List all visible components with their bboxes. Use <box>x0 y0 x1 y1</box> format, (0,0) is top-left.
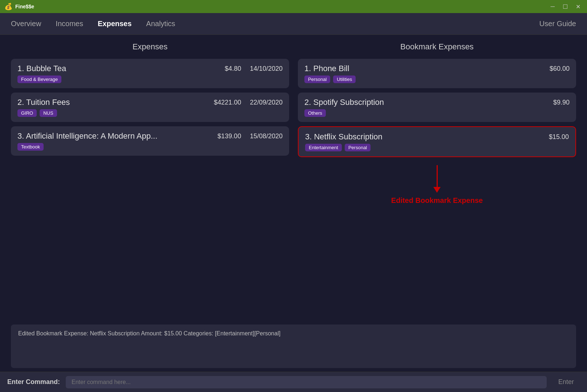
minimize-button[interactable]: ─ <box>548 3 557 11</box>
bookmark-2-amount: $9.90 <box>553 99 570 106</box>
enter-button[interactable]: Enter <box>552 376 580 388</box>
expense-1-amount: $4.80 <box>225 65 241 73</box>
nav-incomes[interactable]: Incomes <box>56 17 83 31</box>
nav-analytics[interactable]: Analytics <box>146 17 175 31</box>
tag: Personal <box>345 144 371 151</box>
close-button[interactable]: ✕ <box>574 3 583 11</box>
tag: Food & Beverage <box>17 75 61 83</box>
bookmark-1-amount: $60.00 <box>550 65 570 73</box>
nav-bar: Overview Incomes Expenses Analytics User… <box>0 13 587 35</box>
main-content: Expenses 1. Bubble Tea $4.80 14/10/2020 … <box>0 35 587 372</box>
arrow-container <box>433 165 441 193</box>
bookmark-3-amount: $15.00 <box>549 133 569 141</box>
expense-3-tags: Textbook <box>17 143 283 151</box>
expense-2-tags: GIRO NUS <box>17 109 283 117</box>
columns: Expenses 1. Bubble Tea $4.80 14/10/2020 … <box>11 42 576 319</box>
bookmark-item-3-highlighted[interactable]: 3. Netflix Subscription $15.00 Entertain… <box>298 126 576 157</box>
expense-item-2[interactable]: 2. Tuition Fees $4221.00 22/09/2020 GIRO… <box>11 93 289 122</box>
expense-3-meta: $139.00 15/08/2020 <box>218 132 283 140</box>
expense-1-date: 14/10/2020 <box>250 65 283 73</box>
annotation-label: Edited Bookmark Expense <box>391 196 483 205</box>
bookmark-2-name: 2. Spotify Subscription <box>304 98 384 107</box>
annotation-area: Edited Bookmark Expense <box>298 165 576 205</box>
app-title: 💰 Fine$$e <box>4 3 34 11</box>
bookmark-3-name: 3. Netflix Subscription <box>305 132 382 142</box>
bookmark-expenses-title: Bookmark Expenses <box>298 42 576 52</box>
app-name: Fine$$e <box>15 4 34 9</box>
expense-3-amount: $139.00 <box>218 132 241 140</box>
bookmark-item-2[interactable]: 2. Spotify Subscription $9.90 Others <box>298 93 576 122</box>
command-bar: Enter Command: Enter <box>0 372 587 392</box>
expense-1-name: 1. Bubble Tea <box>17 64 66 73</box>
tag: Entertainment <box>305 144 342 151</box>
bookmark-1-tags: Personal Utilities <box>304 75 570 83</box>
expense-item-1[interactable]: 1. Bubble Tea $4.80 14/10/2020 Food & Be… <box>11 59 289 88</box>
nav-left: Overview Incomes Expenses Analytics <box>11 17 175 31</box>
expense-2-name: 2. Tuition Fees <box>17 98 70 107</box>
arrow-head <box>433 187 441 193</box>
title-bar: 💰 Fine$$e ─ ☐ ✕ <box>0 0 587 13</box>
app-icon: 💰 <box>4 3 12 11</box>
maximize-button[interactable]: ☐ <box>560 3 570 11</box>
nav-expenses[interactable]: Expenses <box>98 17 131 31</box>
tag: NUS <box>40 109 57 117</box>
expenses-column: Expenses 1. Bubble Tea $4.80 14/10/2020 … <box>11 42 289 319</box>
nav-user-guide[interactable]: User Guide <box>539 20 576 28</box>
expense-1-meta: $4.80 14/10/2020 <box>225 65 283 73</box>
log-text: Edited Bookmark Expense: Netflix Subscri… <box>18 330 280 336</box>
command-input[interactable] <box>66 376 547 388</box>
expense-2-meta: $4221.00 22/09/2020 <box>214 99 283 106</box>
bookmark-2-tags: Others <box>304 109 570 117</box>
bookmark-expenses-column: Bookmark Expenses 1. Phone Bill $60.00 P… <box>298 42 576 319</box>
expense-item-3[interactable]: 3. Artificial Intelligence: A Modern App… <box>11 126 289 156</box>
bookmark-1-name: 1. Phone Bill <box>304 64 349 73</box>
expense-2-amount: $4221.00 <box>214 99 241 106</box>
tag: Textbook <box>17 143 44 151</box>
expense-3-name: 3. Artificial Intelligence: A Modern App… <box>17 131 157 141</box>
expense-2-date: 22/09/2020 <box>250 99 283 106</box>
bookmark-3-tags: Entertainment Personal <box>305 144 569 151</box>
log-area: Edited Bookmark Expense: Netflix Subscri… <box>11 324 576 368</box>
command-label: Enter Command: <box>7 378 60 386</box>
tag: Others <box>304 109 326 117</box>
expenses-title: Expenses <box>11 42 289 52</box>
arrow-line <box>437 165 438 187</box>
tag: Utilities <box>333 75 356 83</box>
window-controls: ─ ☐ ✕ <box>548 3 583 11</box>
expense-3-date: 15/08/2020 <box>250 132 283 140</box>
nav-overview[interactable]: Overview <box>11 17 41 31</box>
tag: Personal <box>304 75 330 83</box>
bookmark-item-1[interactable]: 1. Phone Bill $60.00 Personal Utilities <box>298 59 576 88</box>
tag: GIRO <box>17 109 37 117</box>
expense-1-tags: Food & Beverage <box>17 75 283 83</box>
